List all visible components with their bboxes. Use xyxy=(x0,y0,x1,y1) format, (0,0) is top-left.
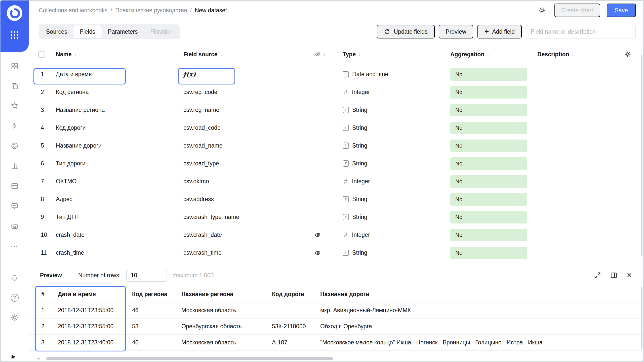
field-source[interactable]: csv.road_name xyxy=(183,142,312,149)
table-row[interactable]: 6 Тип дороги csv.road_type T String No xyxy=(29,155,643,172)
dashboards-icon[interactable] xyxy=(9,61,20,72)
breadcrumb-collections[interactable]: Collections and workbooks xyxy=(39,7,108,14)
header-hidden[interactable]: ↓ xyxy=(312,51,341,58)
expand-sidebar-icon[interactable]: ▶ xyxy=(12,353,16,359)
hscroll-left-arrow-icon[interactable]: ◂ xyxy=(37,356,39,361)
table-settings-gear-icon[interactable] xyxy=(623,51,643,58)
breadcrumb-workbook[interactable]: Практические руководства xyxy=(115,7,187,14)
field-source[interactable]: csv.reg_code xyxy=(183,89,312,96)
update-fields-button[interactable]: Update fields xyxy=(377,25,434,38)
expand-preview-icon[interactable] xyxy=(594,272,601,279)
aggregation-select[interactable]: No xyxy=(450,247,527,259)
save-button[interactable]: Save xyxy=(607,4,636,17)
field-name[interactable]: ОКТМО xyxy=(56,178,183,185)
table-row[interactable]: 1 Дата и время ƒ(x) Date and time No xyxy=(29,65,643,83)
field-name[interactable]: Адрес xyxy=(56,196,183,203)
field-source[interactable]: csv.crash_type_name xyxy=(183,214,312,220)
favorites-icon[interactable] xyxy=(9,100,20,111)
tab-sources[interactable]: Sources xyxy=(40,25,73,38)
field-type[interactable]: T String xyxy=(341,107,450,113)
tab-fields[interactable]: Fields xyxy=(73,25,101,38)
more-icon[interactable]: ··· xyxy=(9,241,20,252)
field-source[interactable]: csv.crash_date xyxy=(183,232,312,238)
field-search-input[interactable] xyxy=(526,25,636,38)
field-name[interactable]: Тип дороги xyxy=(56,160,183,167)
tab-filtration[interactable]: Filtration xyxy=(144,25,179,38)
close-preview-icon[interactable]: ✕ xyxy=(626,272,632,279)
table-row[interactable]: 2 Код региона csv.reg_code # Integer No xyxy=(29,83,643,101)
table-row[interactable]: 11 crash_time csv.crash_time T String No xyxy=(29,244,643,262)
dock-preview-icon[interactable] xyxy=(610,272,617,279)
field-source[interactable]: csv.address xyxy=(183,196,312,203)
field-type[interactable]: # Integer xyxy=(341,178,450,185)
field-name[interactable]: Название дороги xyxy=(56,142,183,149)
apps-grid-icon[interactable] xyxy=(11,31,18,39)
header-description[interactable]: Description ↓ xyxy=(537,51,623,58)
aggregation-select[interactable]: No xyxy=(450,122,527,134)
field-name[interactable]: Код региона xyxy=(56,89,183,96)
eye-off-icon[interactable] xyxy=(314,250,321,256)
field-name[interactable]: Название региона xyxy=(56,107,183,113)
aggregation-select[interactable]: No xyxy=(450,104,527,116)
aggregation-select[interactable]: No xyxy=(450,229,527,241)
header-type[interactable]: Type ↓ xyxy=(341,51,450,58)
field-type[interactable]: T String xyxy=(341,160,450,167)
editor-icon[interactable] xyxy=(9,140,20,151)
aggregation-select[interactable]: No xyxy=(450,193,527,206)
table-row[interactable]: 9 Тип ДТП csv.crash_type_name T String N… xyxy=(29,208,643,226)
aggregation-select[interactable]: No xyxy=(450,68,527,81)
field-source[interactable]: csv.road_code xyxy=(183,124,312,131)
field-type[interactable]: T String xyxy=(341,142,450,149)
table-row[interactable]: 3 Название региона csv.reg_name T String… xyxy=(29,101,643,119)
table-row[interactable]: 8 Адрес csv.address T String No xyxy=(29,190,643,208)
monitoring-icon[interactable] xyxy=(9,201,20,212)
field-source[interactable]: csv.road_type xyxy=(183,160,312,167)
field-source[interactable]: csv.crash_time xyxy=(183,249,312,256)
notifications-icon[interactable] xyxy=(9,273,20,284)
quick-actions-icon[interactable] xyxy=(9,120,20,131)
aggregation-select[interactable]: No xyxy=(450,211,527,223)
field-type[interactable]: # Integer xyxy=(341,231,450,239)
select-all-checkbox[interactable] xyxy=(38,51,45,58)
table-row[interactable]: 7 ОКТМО csv.oktmo # Integer No xyxy=(29,172,643,190)
field-name[interactable]: crash_time xyxy=(56,249,183,256)
datalens-logo[interactable] xyxy=(7,5,22,21)
preview-horizontal-scrollbar[interactable] xyxy=(46,357,333,360)
table-row[interactable]: 4 Код дороги csv.road_code T String No xyxy=(29,119,643,137)
header-field-source[interactable]: Field source ↓ xyxy=(183,51,312,58)
field-type[interactable]: Date and time xyxy=(341,71,450,78)
field-name[interactable]: crash_date xyxy=(56,232,183,238)
field-name[interactable]: Дата и время xyxy=(56,71,183,78)
field-name[interactable]: Код дороги xyxy=(56,124,183,131)
field-type[interactable]: T String xyxy=(341,214,450,220)
field-source[interactable]: csv.reg_name xyxy=(183,107,312,113)
table-row[interactable]: 10 crash_date csv.crash_date # Integer N… xyxy=(29,226,643,244)
aggregation-select[interactable]: No xyxy=(450,157,527,170)
add-field-button[interactable]: + Add field xyxy=(477,25,522,38)
storage-icon[interactable] xyxy=(9,221,20,232)
aggregation-select[interactable]: No xyxy=(450,86,527,99)
fields-vertical-scrollbar[interactable] xyxy=(641,55,642,256)
header-aggregation[interactable]: Aggregation ↓ xyxy=(450,51,537,58)
field-type[interactable]: T String xyxy=(341,196,450,203)
field-type[interactable]: # Integer xyxy=(341,88,450,96)
settings-icon[interactable] xyxy=(9,312,20,323)
field-name[interactable]: Тип ДТП xyxy=(56,214,183,220)
aggregation-select[interactable]: No xyxy=(450,140,527,152)
preview-button[interactable]: Preview xyxy=(439,25,473,38)
help-icon[interactable]: ? xyxy=(9,292,20,303)
tables-icon[interactable] xyxy=(9,180,20,192)
field-source-formula[interactable]: ƒ(x) xyxy=(183,71,312,78)
dataset-settings-gear-icon[interactable] xyxy=(537,5,548,16)
eye-off-icon[interactable] xyxy=(314,232,321,238)
table-row[interactable]: 5 Название дороги csv.road_name T String… xyxy=(29,137,643,155)
field-type[interactable]: T String xyxy=(341,124,450,131)
preview-vertical-scrollbar[interactable] xyxy=(641,287,642,349)
header-name[interactable]: Name ↓ xyxy=(56,51,183,58)
rows-count-input[interactable] xyxy=(126,269,167,282)
field-type[interactable]: T String xyxy=(341,249,450,256)
collections-icon[interactable] xyxy=(9,80,20,92)
create-chart-button[interactable]: Create chart xyxy=(554,4,600,17)
charts-icon[interactable] xyxy=(9,160,20,171)
aggregation-select[interactable]: No xyxy=(450,175,527,188)
